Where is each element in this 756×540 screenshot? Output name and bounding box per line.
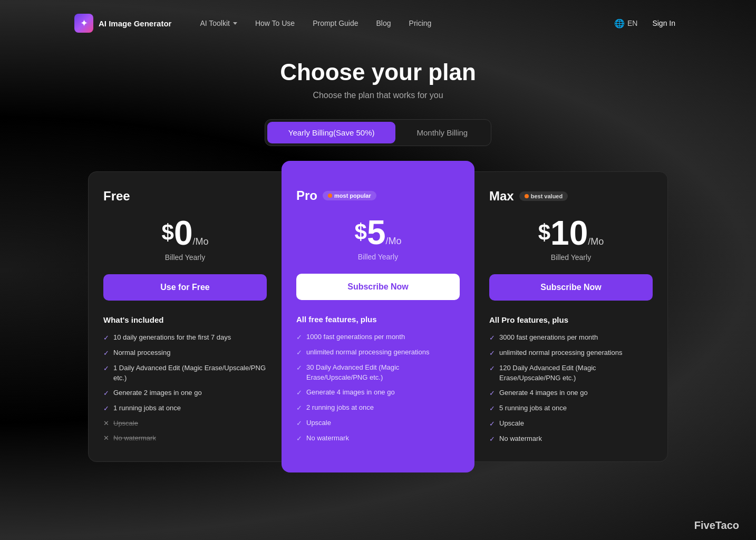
pro-plan-billed: Billed Yearly (296, 253, 460, 261)
badge-dot-icon (525, 194, 529, 198)
list-item: ✓ Normal processing (103, 348, 267, 358)
nav-link-how-to-use[interactable]: How To Use (248, 15, 302, 32)
yearly-billing-button[interactable]: Yearly Billing(Save 50%) (267, 122, 396, 143)
list-item: ✓ Generate 4 images in one go (296, 388, 460, 398)
free-plan-features-title: What's included (103, 315, 267, 324)
nav-right: 🌐 EN Sign In (614, 16, 682, 31)
check-icon: ✓ (489, 333, 495, 343)
cross-icon: ✕ (103, 433, 109, 443)
list-item: ✓ 10 daily generations for the first 7 d… (103, 333, 267, 343)
navbar: ✦ AI Image Generator AI Toolkit How To U… (62, 4, 694, 42)
cross-icon: ✕ (103, 419, 109, 428)
list-item: ✓ 1000 fast generations per month (296, 332, 460, 342)
sign-in-button[interactable]: Sign In (646, 16, 682, 31)
logo-text: AI Image Generator (99, 19, 171, 28)
check-icon: ✓ (296, 434, 302, 443)
nav-link-ai-toolkit[interactable]: AI Toolkit (192, 15, 245, 32)
max-plan-price: $10/Mo (538, 214, 604, 252)
logo-area: ✦ AI Image Generator (74, 14, 171, 33)
check-icon: ✓ (296, 403, 302, 413)
pro-plan-price: $5/Mo (355, 214, 402, 252)
nav-link-blog[interactable]: Blog (369, 15, 399, 32)
list-item: ✓ Upscale (296, 418, 460, 428)
popular-badge: most popular (323, 191, 376, 200)
check-icon: ✓ (489, 389, 495, 398)
list-item: ✓ Generate 4 images in one go (489, 388, 653, 398)
language-selector[interactable]: 🌐 EN (614, 18, 637, 28)
free-plan-price: $0/Mo (162, 214, 209, 252)
check-icon: ✓ (296, 348, 302, 358)
list-item: ✓ unlimited normal processing generation… (296, 348, 460, 358)
free-plan-billed: Billed Yearly (103, 253, 267, 262)
list-item: ✕ No watermark (103, 433, 267, 443)
main-content: Choose your plan Choose the plan that wo… (62, 42, 694, 483)
max-plan-cta-button[interactable]: Subscribe Now (489, 274, 653, 301)
check-icon: ✓ (489, 404, 495, 413)
logo-icon: ✦ (74, 14, 93, 33)
check-icon: ✓ (296, 419, 302, 428)
max-plan-features: ✓ 3000 fast generations per month ✓ unli… (489, 333, 653, 445)
pro-plan-cta-button[interactable]: Subscribe Now (296, 274, 460, 300)
list-item: ✓ 30 Daily Advanced Edit (Magic Erase/Up… (296, 363, 460, 382)
list-item: ✓ 1 running jobs at once (103, 403, 267, 413)
pro-plan-name: Pro most popular (296, 188, 460, 203)
list-item: ✓ Upscale (489, 419, 653, 429)
check-icon: ✓ (489, 364, 495, 373)
footer-brand: FiveTaco (694, 519, 739, 532)
pro-plan-features-title: All free features, plus (296, 315, 460, 324)
list-item: ✕ Upscale (103, 419, 267, 428)
check-icon: ✓ (296, 363, 302, 373)
check-icon: ✓ (489, 419, 495, 429)
pro-plan-features: ✓ 1000 fast generations per month ✓ unli… (296, 332, 460, 444)
list-item: ✓ 5 running jobs at once (489, 403, 653, 413)
pro-plan-card: Pro most popular $5/Mo Billed Yearly Sub… (282, 161, 474, 472)
max-plan-price-area: $10/Mo (489, 216, 653, 250)
check-icon: ✓ (103, 404, 109, 413)
list-item: ✓ 3000 fast generations per month (489, 333, 653, 343)
nav-link-prompt-guide[interactable]: Prompt Guide (305, 15, 365, 32)
monthly-billing-button[interactable]: Monthly Billing (395, 122, 489, 143)
check-icon: ✓ (296, 333, 302, 342)
page-title: Choose your plan (280, 59, 476, 85)
check-icon: ✓ (489, 435, 495, 444)
max-plan-card: Max best valued $10/Mo Billed Yearly Sub… (474, 171, 668, 462)
max-plan-name: Max best valued (489, 189, 653, 204)
page-subtitle: Choose the plan that works for you (313, 91, 443, 100)
badge-dot-icon (328, 194, 332, 198)
free-plan-name: Free (103, 189, 267, 204)
list-item: ✓ No watermark (296, 433, 460, 443)
chevron-down-icon (233, 22, 237, 25)
free-plan-cta-button[interactable]: Use for Free (103, 274, 267, 301)
free-plan-card: Free $0/Mo Billed Yearly Use for Free Wh… (88, 171, 282, 462)
pro-plan-price-area: $5/Mo (296, 216, 460, 249)
list-item: ✓ Generate 2 images in one go (103, 388, 267, 398)
check-icon: ✓ (296, 388, 302, 398)
list-item: ✓ 2 running jobs at once (296, 403, 460, 413)
check-icon: ✓ (489, 349, 495, 358)
nav-link-pricing[interactable]: Pricing (402, 15, 439, 32)
free-plan-features: ✓ 10 daily generations for the first 7 d… (103, 333, 267, 443)
list-item: ✓ 120 Daily Advanced Edit (Magic Erase/U… (489, 363, 653, 382)
check-icon: ✓ (103, 349, 109, 358)
list-item: ✓ unlimited normal processing generation… (489, 348, 653, 358)
valued-badge: best valued (519, 191, 568, 201)
free-plan-price-area: $0/Mo (103, 216, 267, 250)
list-item: ✓ No watermark (489, 434, 653, 444)
nav-links: AI Toolkit How To Use Prompt Guide Blog … (192, 15, 597, 32)
max-plan-features-title: All Pro features, plus (489, 315, 653, 324)
pricing-cards: Free $0/Mo Billed Yearly Use for Free Wh… (88, 171, 668, 462)
check-icon: ✓ (103, 389, 109, 398)
check-icon: ✓ (103, 333, 109, 343)
list-item: ✓ 1 Daily Advanced Edit (Magic Erase/Ups… (103, 363, 267, 382)
max-plan-billed: Billed Yearly (489, 253, 653, 262)
check-icon: ✓ (103, 364, 109, 373)
billing-toggle: Yearly Billing(Save 50%) Monthly Billing (265, 119, 491, 146)
